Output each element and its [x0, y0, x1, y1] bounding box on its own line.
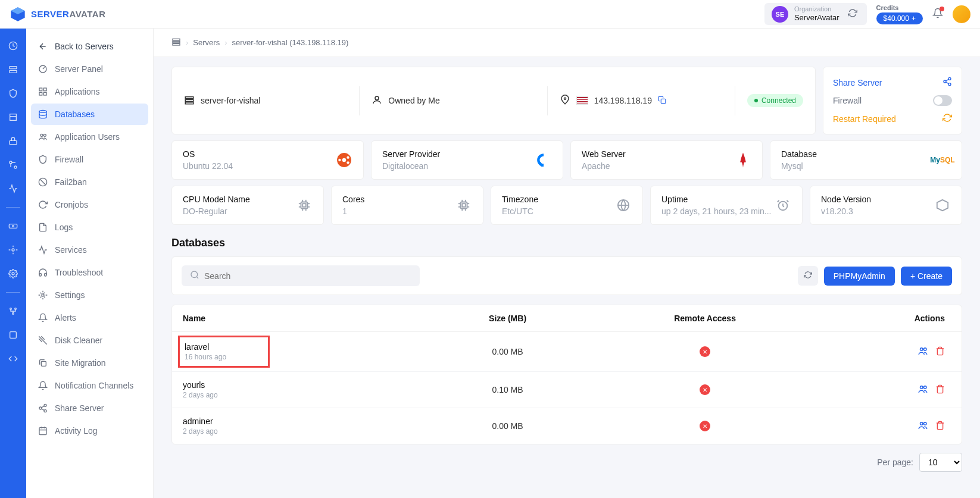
sidebar-item-activity-log[interactable]: Activity Log — [31, 420, 148, 441]
search-box[interactable] — [182, 265, 420, 286]
server-owned: Owned by Me — [388, 96, 439, 105]
phpmyadmin-button[interactable]: PHPMyAdmin — [824, 267, 895, 286]
organization-selector[interactable]: SE Organization ServerAvatar — [764, 3, 867, 25]
nav-servers-icon[interactable] — [8, 64, 18, 75]
sidebar-item-share-server[interactable]: Share Server — [31, 397, 148, 419]
status-badge: Connected — [747, 94, 803, 107]
sidebar-item-settings[interactable]: Settings — [31, 284, 148, 306]
sidebar-item-alerts[interactable]: Alerts — [31, 307, 148, 328]
firewall-toggle[interactable] — [933, 95, 952, 106]
info-card-database: DatabaseMysqlMySQL — [770, 140, 962, 180]
per-page-select[interactable]: 10 — [919, 453, 962, 472]
create-button[interactable]: + Create — [901, 267, 952, 286]
sidebar-item-firewall[interactable]: Firewall — [31, 149, 148, 170]
svg-point-32 — [39, 407, 42, 409]
globe-icon — [615, 197, 632, 214]
sidebar-item-fail2ban[interactable]: Fail2ban — [31, 171, 148, 193]
svg-point-14 — [10, 308, 12, 310]
info-value: 1 — [342, 206, 364, 216]
firewall-label: Firewall — [833, 96, 862, 105]
refresh-button[interactable] — [798, 266, 818, 286]
notifications-icon[interactable] — [932, 8, 943, 20]
svg-line-86 — [196, 277, 198, 278]
sidebar-item-label: Application Users — [55, 132, 120, 142]
sidebar-item-troubleshoot[interactable]: Troubleshoot — [31, 262, 148, 283]
log-icon — [38, 426, 48, 436]
svg-rect-72 — [462, 203, 466, 207]
sidebar-item-databases[interactable]: Databases — [31, 104, 148, 125]
svg-rect-20 — [39, 88, 42, 91]
nav-item-10-icon[interactable] — [8, 268, 18, 279]
credits-pill[interactable]: $40.000 + — [876, 12, 923, 24]
sidebar-item-services[interactable]: Services — [31, 239, 148, 261]
svg-point-88 — [924, 347, 927, 350]
svg-rect-23 — [43, 92, 46, 95]
clock-icon — [38, 200, 48, 209]
breadcrumb-servers[interactable]: Servers — [193, 38, 220, 47]
svg-point-57 — [347, 161, 349, 164]
nav-item-7-icon[interactable] — [8, 183, 18, 194]
sidebar-item-application-users[interactable]: Application Users — [31, 126, 148, 148]
share-icon[interactable] — [942, 77, 952, 88]
cell-actions — [804, 332, 962, 372]
server-name: server-for-vishal — [201, 96, 260, 105]
svg-rect-7 — [10, 140, 17, 145]
nav-item-3-icon[interactable] — [8, 88, 18, 99]
trash-icon[interactable] — [935, 346, 945, 358]
trash-icon[interactable] — [935, 384, 945, 396]
nav-dashboard-icon[interactable] — [8, 40, 18, 51]
copy-icon[interactable] — [658, 96, 666, 106]
svg-rect-48 — [661, 99, 666, 104]
info-card-server-provider: Server ProviderDigitalocean — [371, 140, 563, 180]
users-action-icon[interactable] — [917, 384, 928, 396]
nav-item-4-icon[interactable] — [8, 112, 18, 123]
databases-table: Name Size (MB) Remote Access Actions lar… — [171, 305, 962, 444]
sidebar-item-cronjobs[interactable]: Cronjobs — [31, 194, 148, 215]
sidebar-item-server-panel[interactable]: Server Panel — [31, 58, 148, 80]
cpu-icon — [296, 197, 313, 214]
sidebar-item-site-migration[interactable]: Site Migration — [31, 352, 148, 374]
info-value: Etc/UTC — [502, 206, 538, 216]
svg-rect-59 — [541, 164, 544, 167]
sidebar-back[interactable]: Back to Servers — [31, 36, 148, 57]
nav-item-12-icon[interactable] — [8, 330, 18, 340]
nav-item-9-icon[interactable] — [8, 245, 18, 255]
user-icon — [372, 95, 382, 107]
svg-point-12 — [12, 249, 14, 251]
nav-item-11-icon[interactable] — [8, 306, 18, 317]
search-input[interactable] — [204, 271, 411, 281]
users-action-icon[interactable] — [917, 420, 928, 433]
nav-item-13-icon[interactable] — [8, 353, 18, 364]
cell-size: 0.00 MB — [409, 332, 607, 372]
breadcrumb-home-icon[interactable] — [171, 37, 181, 48]
cell-name[interactable]: yourls2 days ago — [172, 372, 409, 408]
logo[interactable]: SERVERAVATAR — [10, 6, 105, 23]
restart-required-link[interactable]: Restart Required — [833, 114, 896, 124]
svg-rect-45 — [185, 102, 193, 104]
avatar[interactable] — [953, 5, 970, 23]
cell-name[interactable]: laravel16 hours ago — [172, 332, 409, 372]
org-refresh-icon[interactable] — [845, 6, 860, 22]
cell-name[interactable]: adminer2 days ago — [172, 408, 409, 444]
sidebar-item-disk-cleaner[interactable]: Disk Cleaner — [31, 330, 148, 351]
svg-point-51 — [948, 83, 951, 86]
sidebar-item-label: Site Migration — [55, 358, 106, 368]
org-badge: SE — [772, 6, 788, 23]
nav-item-8-icon[interactable] — [8, 221, 18, 231]
trash-icon[interactable] — [935, 421, 945, 432]
table-row: yourls2 days ago0.10 MB✕ — [172, 372, 962, 408]
svg-point-50 — [944, 80, 946, 83]
share-server-link[interactable]: Share Server — [833, 78, 882, 87]
sidebar-item-notification-channels[interactable]: Notification Channels — [31, 375, 148, 396]
shield-icon — [38, 155, 48, 164]
nav-item-5-icon[interactable] — [8, 136, 18, 146]
users-action-icon[interactable] — [917, 346, 928, 358]
sidebar: Back to Servers Server PanelApplications… — [26, 29, 154, 498]
server-ip: 143.198.118.19 — [594, 96, 652, 105]
svg-point-47 — [564, 98, 566, 99]
restart-icon[interactable] — [942, 113, 952, 124]
nav-item-6-icon[interactable] — [8, 159, 18, 170]
sidebar-item-applications[interactable]: Applications — [31, 81, 148, 102]
sidebar-item-label: Databases — [55, 109, 95, 119]
sidebar-item-logs[interactable]: Logs — [31, 217, 148, 238]
